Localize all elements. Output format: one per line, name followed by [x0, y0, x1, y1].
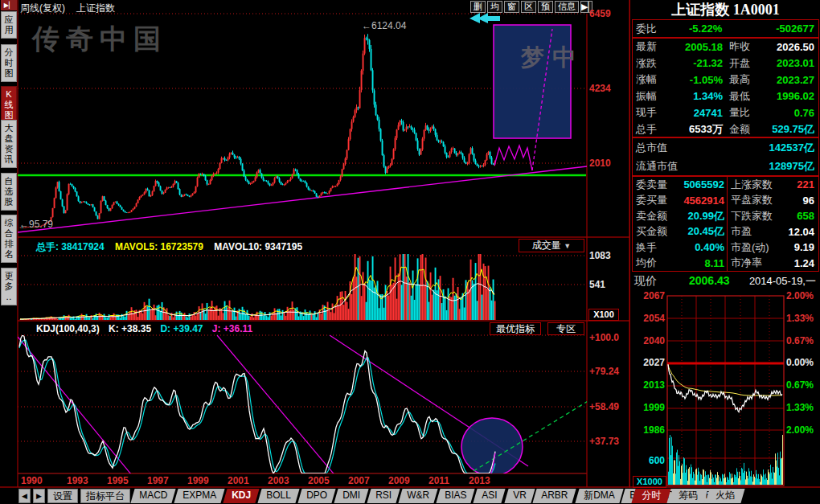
indicator-tab-rsi[interactable]: RSI	[367, 489, 400, 503]
drawing-tool-1[interactable]: 删	[470, 1, 486, 13]
quote-value: -21.32	[665, 57, 723, 69]
quote-label: 市盈(动)	[724, 240, 776, 255]
drawing-tool-4[interactable]: 区	[521, 1, 536, 13]
sidebar-item-4[interactable]: 大 盘 资 讯	[1, 120, 17, 168]
quote-value: 0.40%	[670, 241, 724, 253]
year-label: 1997	[147, 475, 169, 486]
indicator-tab-kdj[interactable]: KDJ	[223, 489, 260, 503]
indicator-tab-asi[interactable]: ASI	[474, 489, 506, 503]
drawing-tool-5[interactable]: 预	[538, 1, 553, 13]
quote-label: 委买量	[633, 193, 670, 207]
play-icon[interactable]: ▶▏	[1, 0, 17, 10]
view-tab-火焰[interactable]: 火焰	[705, 489, 744, 503]
quote-value: 142537亿	[697, 141, 818, 155]
quote-label: 流通市值	[633, 159, 697, 174]
volume-type-dropdown[interactable]: 成交量 ▼	[519, 239, 584, 252]
quote-label: 量比	[723, 105, 761, 120]
quote-label: 振幅	[633, 89, 665, 104]
quote-row: 总手6533万金额529.75亿	[633, 121, 818, 138]
intraday-price-label: 1999	[633, 402, 665, 413]
quote-value: 529.75亿	[761, 122, 818, 137]
drawing-tool-3[interactable]: 窗	[504, 1, 519, 13]
quote-value: 2005.18	[665, 41, 723, 53]
drawing-tool-2[interactable]: 均	[487, 1, 502, 13]
intraday-pct-label: 0.67%	[786, 379, 814, 391]
sidebar-item-1[interactable]: 应 用	[1, 11, 17, 39]
quote-detail-row: 均价8.11市净率1.24	[633, 256, 818, 272]
best-indicator-button[interactable]: 最优指标	[490, 322, 541, 335]
intraday-price-label: 2054	[633, 313, 665, 324]
kdj-axis-label: +100.0	[589, 332, 619, 343]
mavol5-label: MAVOL5: 16723579	[115, 241, 203, 252]
quote-detail-row: 委买量4562914平盘家数96	[633, 193, 818, 209]
intraday-pct-label: 0.67%	[786, 335, 814, 346]
year-label: 1990	[21, 475, 43, 486]
quote-value: 4562914	[670, 195, 724, 207]
quote-title: 上证指数 1A0001	[632, 0, 819, 18]
chart-period-label: 周线(复权)	[20, 2, 65, 14]
intraday-pct-label: 2.00%	[786, 290, 814, 301]
quote-label: 金额	[723, 122, 761, 137]
quote-value: 0.76	[761, 107, 818, 119]
view-tab-筹码[interactable]: 筹码	[668, 489, 707, 503]
year-label: 1995	[107, 475, 129, 486]
volume-type-label: 成交量	[532, 240, 561, 251]
quote-label: 换手	[633, 240, 670, 255]
kdj-header: KDJ(100,40,3) K: +38.35 D: +39.47 J: +36…	[36, 323, 252, 334]
quote-value: 128975亿	[697, 159, 818, 174]
main-axis-label: 2010	[589, 158, 611, 169]
quote-value: 658	[776, 210, 818, 222]
intraday-price-label: 2067	[633, 290, 665, 301]
quote-value: 2023.01	[761, 57, 818, 69]
toolbar-button-2[interactable]: 指标平台	[80, 489, 130, 503]
quote-main-box: 最新2005.18昨收2026.50涨跌-21.32开盘2023.01涨幅-1.…	[632, 38, 819, 137]
weibi-box: 委比 -5.22% -502677	[632, 19, 819, 38]
quote-label: 均价	[633, 256, 670, 270]
view-tab-分时[interactable]: 分时	[631, 489, 670, 503]
kdj-axis-label: +37.73	[589, 436, 619, 447]
quote-detail-row: 委卖量5065592上涨家数221	[633, 177, 818, 193]
quote-label: 涨幅	[633, 72, 665, 87]
quote-value: 1.34%	[665, 90, 723, 102]
indicator-tab-dpo[interactable]: DPO	[297, 489, 335, 503]
sidebar-item-5[interactable]: 自 选 股	[1, 173, 17, 211]
year-label: 1993	[67, 475, 88, 486]
quote-label: 最高	[723, 72, 761, 87]
indicator-tab-bias[interactable]: BIAS	[437, 489, 476, 503]
indicator-tab-新dma[interactable]: 新DMA	[575, 489, 623, 503]
quote-label: 昨收	[723, 39, 761, 54]
quote-label: 卖金额	[633, 209, 670, 223]
peak-annotation: ←6124.04	[362, 20, 406, 31]
scroll-left-button[interactable]: ◀	[18, 489, 31, 503]
indicator-tab-expma[interactable]: EXPMA	[174, 489, 225, 503]
quote-value: 9.19	[776, 241, 818, 253]
chart-title: 周线(复权)上证指数	[20, 2, 126, 15]
quote-label: 最新	[633, 39, 665, 54]
year-label: 2005	[308, 475, 330, 486]
year-label: 2013	[469, 475, 490, 486]
indicator-tab-boll[interactable]: BOLL	[258, 489, 300, 503]
quote-value: 221	[776, 178, 818, 191]
quote-detail-box: 委卖量5065592上涨家数221委买量4562914平盘家数96卖金额20.9…	[632, 176, 819, 272]
zone-button[interactable]: 专区	[547, 322, 584, 335]
sidebar-item-3[interactable]: K 线 图	[1, 86, 17, 124]
sidebar-item-7[interactable]: 更 多 ‥	[1, 268, 17, 305]
indicator-tab-w&r[interactable]: W&R	[399, 489, 438, 503]
volume-axis-label: 1083	[589, 250, 611, 261]
mavol10-label: MAVOL10: 9347195	[214, 241, 302, 252]
indicator-tab-arbr[interactable]: ARBR	[533, 489, 577, 503]
toolbar-button-1[interactable]: 设置	[47, 489, 78, 503]
quote-row: 最新2005.18昨收2026.50	[633, 39, 818, 55]
low-annotation: ←95.79	[19, 219, 53, 230]
year-label: 2001	[228, 475, 249, 486]
quote-row: 现手24741量比0.76	[633, 104, 818, 121]
sidebar-item-6[interactable]: 综 合 排 名	[1, 215, 17, 263]
indicator-tab-vr[interactable]: VR	[504, 489, 535, 503]
sidebar-item-2[interactable]: 分 时 图	[1, 44, 17, 82]
intraday-vol-label: 600	[633, 455, 665, 466]
quote-label: 市净率	[724, 256, 776, 270]
scroll-right-button[interactable]: ▶	[33, 489, 45, 503]
drawing-tool-6[interactable]: 信息	[555, 1, 579, 13]
indicator-tab-macd[interactable]: MACD	[130, 489, 176, 503]
indicator-tab-dmi[interactable]: DMI	[334, 489, 368, 503]
